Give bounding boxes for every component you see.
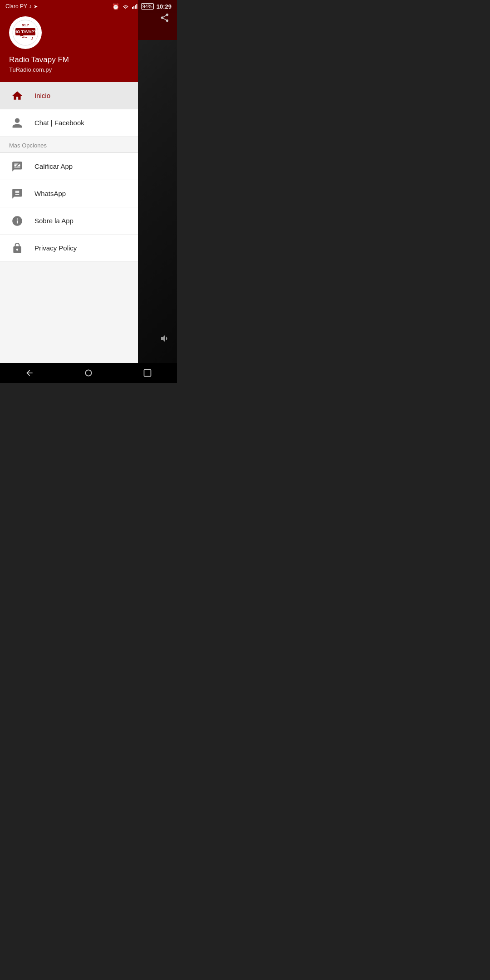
phone-screen: RADIOTAVAPY FM91.7 Claro PY ♪ ➤ ⏰ <box>0 0 177 383</box>
mas-opciones-label: Mas Opciones <box>0 137 138 152</box>
lock-icon <box>9 240 25 256</box>
drawer-app-name: Radio Tavapy FM <box>9 55 129 64</box>
menu-item-calificar[interactable]: Calificar App <box>0 153 138 180</box>
chat-label: Chat | Facebook <box>34 119 84 127</box>
svg-rect-3 <box>135 5 136 9</box>
svg-rect-4 <box>136 4 137 9</box>
drawer-website: TuRadio.com.py <box>9 66 129 73</box>
svg-point-10 <box>85 370 91 376</box>
battery-level: 94 <box>142 4 148 9</box>
svg-point-0 <box>125 8 126 9</box>
info-icon <box>9 213 25 229</box>
inicio-label: Inicio <box>34 92 50 99</box>
menu-item-sobre[interactable]: Sobre la App <box>0 207 138 235</box>
menu-item-whatsapp[interactable]: WhatsApp <box>0 180 138 207</box>
sobre-label: Sobre la App <box>34 217 74 225</box>
send-icon: ➤ <box>34 4 38 10</box>
menu-item-privacy[interactable]: Privacy Policy <box>0 235 138 262</box>
wifi-icon <box>122 4 129 9</box>
app-logo: RADIO TAVAPY FM 91.7 ♪ <box>9 16 42 49</box>
drawer-menu: Inicio Chat | Facebook Mas Opciones <box>0 82 138 363</box>
svg-text:RADIO TAVAPY FM: RADIO TAVAPY FM <box>12 29 39 34</box>
svg-rect-11 <box>144 370 151 377</box>
back-button[interactable] <box>20 363 39 383</box>
section-divider: Mas Opciones <box>0 137 138 153</box>
music-icon: ♪ <box>29 3 32 10</box>
chat-bubble-icon <box>9 186 25 202</box>
calificar-label: Calificar App <box>34 162 73 170</box>
person-icon <box>9 115 25 131</box>
signal-icon <box>132 4 138 9</box>
drawer-scrim[interactable] <box>138 0 177 363</box>
alarm-icon: ⏰ <box>112 3 119 10</box>
svg-rect-1 <box>132 7 133 9</box>
whatsapp-label: WhatsApp <box>34 190 66 197</box>
status-bar: Claro PY ♪ ➤ ⏰ 94% 10:29 <box>0 0 177 13</box>
privacy-label: Privacy Policy <box>34 244 77 252</box>
home-icon <box>9 88 25 104</box>
share-button[interactable] <box>160 13 170 25</box>
status-right: ⏰ 94% 10:29 <box>112 3 172 10</box>
status-left: Claro PY ♪ ➤ <box>5 3 38 10</box>
menu-item-inicio[interactable]: Inicio <box>0 82 138 109</box>
svg-rect-2 <box>133 6 134 9</box>
menu-item-chat[interactable]: Chat | Facebook <box>0 109 138 137</box>
rate-icon <box>9 158 25 175</box>
svg-text:♪: ♪ <box>31 35 34 41</box>
time-label: 10:29 <box>157 3 172 10</box>
carrier-label: Claro PY <box>5 3 27 10</box>
bottom-nav-bar <box>0 363 177 383</box>
recents-button[interactable] <box>137 363 157 383</box>
svg-text:91.7: 91.7 <box>22 23 29 27</box>
navigation-drawer: RADIO TAVAPY FM 91.7 ♪ Radio Tavapy FM T… <box>0 0 138 363</box>
battery-indicator: 94% <box>141 3 154 10</box>
volume-button[interactable] <box>159 333 170 347</box>
home-button[interactable] <box>78 363 98 383</box>
